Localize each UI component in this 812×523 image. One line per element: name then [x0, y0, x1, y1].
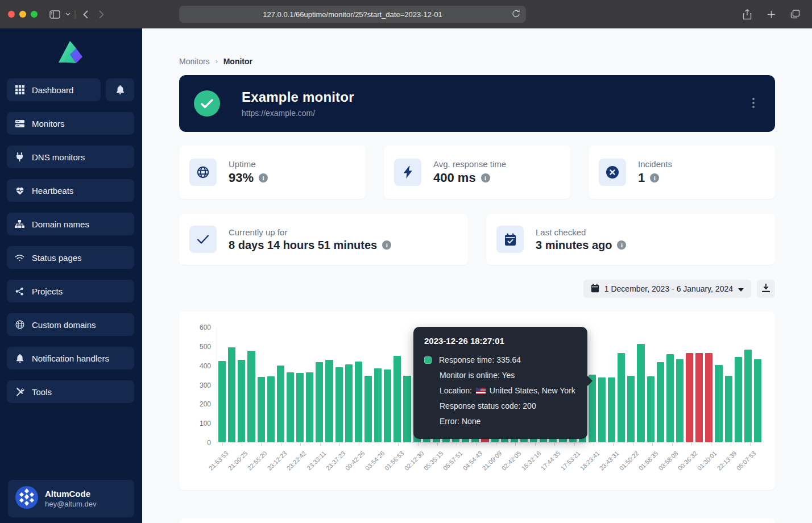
chevron-right-icon: › [216, 57, 218, 65]
sidebar-item-tools[interactable]: Tools [7, 380, 134, 403]
chart-bar[interactable] [715, 365, 722, 442]
chart-bar[interactable] [316, 362, 323, 442]
zoom-window-button[interactable] [31, 11, 38, 18]
sidebar-item-domain-names[interactable]: Domain names [7, 213, 134, 235]
date-range-picker[interactable]: 1 December, 2023 - 6 January, 2024 [583, 280, 751, 298]
x-tick-label: 02:42:05 [500, 450, 523, 472]
x-tick-mark [594, 443, 594, 446]
chart-bar[interactable] [355, 362, 362, 442]
chart-bar[interactable] [647, 376, 654, 442]
account-card[interactable]: AltumCode hey@altum.dev [8, 480, 134, 517]
chart-bar[interactable] [618, 353, 625, 442]
browser-toolbar: | 127.0.0.1/66uptime/monitor/25?start_da… [0, 0, 812, 28]
chart-bar[interactable] [608, 377, 615, 442]
chart-bar[interactable] [218, 361, 226, 442]
sidebar-item-status-pages[interactable]: Status pages [7, 246, 134, 269]
monitor-url[interactable]: https://example.com/ [242, 109, 354, 118]
sidebar-item-projects[interactable]: Projects [7, 280, 134, 302]
sidebar-toggle-icon[interactable] [47, 6, 63, 22]
monitor-header-card: Example monitor https://example.com/ [179, 75, 775, 132]
chart-bar[interactable] [666, 354, 674, 442]
chart-bar[interactable] [744, 350, 752, 442]
globe-icon [15, 320, 24, 329]
chevron-down-icon[interactable] [63, 6, 73, 22]
chart-bar[interactable] [364, 376, 372, 442]
chart-bar[interactable] [735, 357, 742, 442]
chart-bar[interactable] [277, 366, 284, 442]
chart-bar[interactable] [754, 359, 761, 442]
sidebar-item-custom-domains[interactable]: Custom domains [7, 313, 134, 336]
chart-bar[interactable] [676, 359, 683, 442]
info-icon[interactable]: i [617, 240, 626, 250]
download-report-button[interactable] [757, 280, 775, 298]
x-tick-mark [379, 443, 379, 446]
tooltip-location-prefix: Location: [440, 383, 472, 399]
y-tick-label: 600 [200, 323, 211, 331]
avatar [15, 486, 38, 511]
chart-bar[interactable] [258, 377, 265, 442]
chart-bar[interactable] [335, 367, 343, 442]
chart-bar[interactable] [627, 376, 635, 442]
address-bar[interactable]: 127.0.0.1/66uptime/monitor/25?start_date… [179, 6, 526, 23]
sidebar-item-label: Heartbeats [32, 186, 73, 196]
sidebar-item-monitors[interactable]: Monitors [7, 112, 134, 135]
bolt-icon [394, 159, 421, 186]
chart-bar[interactable] [384, 370, 391, 442]
new-tab-icon[interactable] [763, 6, 779, 22]
account-email: hey@altum.dev [45, 500, 97, 508]
chart-bar[interactable] [598, 377, 606, 442]
chart-bar[interactable] [657, 362, 664, 442]
chart-bar[interactable] [393, 356, 401, 442]
chart-bar[interactable] [296, 373, 304, 442]
incidents-label: Incidents [638, 159, 672, 169]
sidebar-item-dashboard[interactable]: Dashboard [7, 78, 101, 101]
close-window-button[interactable] [8, 11, 15, 18]
x-tick-mark [320, 443, 321, 446]
info-icon[interactable]: i [382, 240, 391, 250]
x-tick-mark [672, 443, 673, 446]
window-controls [8, 11, 38, 18]
x-tick-mark [554, 443, 555, 446]
chart-bar[interactable] [267, 376, 275, 442]
breadcrumb: Monitors › Monitor [179, 57, 775, 66]
reload-icon[interactable] [512, 9, 520, 20]
x-tick-label: 03:58:08 [657, 450, 679, 472]
chart-bar[interactable] [637, 344, 644, 442]
back-button[interactable] [77, 6, 93, 22]
chart-bar[interactable] [325, 360, 333, 442]
chart-bar[interactable] [238, 360, 245, 442]
altumcode-logo[interactable] [57, 40, 84, 66]
share-nodes-icon [15, 287, 24, 296]
chart-bar[interactable] [725, 376, 732, 442]
info-icon[interactable]: i [481, 173, 490, 182]
chart-bar[interactable] [374, 368, 382, 442]
sidebar-item-dns-monitors[interactable]: DNS monitors [7, 146, 134, 168]
chart-bar[interactable] [345, 364, 353, 442]
breadcrumb-monitors-link[interactable]: Monitors [179, 57, 210, 66]
chart-bar[interactable] [306, 372, 313, 442]
x-tick-label: 21:00:25 [227, 450, 249, 472]
uptime-card: Uptime 93% i [179, 146, 366, 199]
notifications-button[interactable] [106, 78, 134, 101]
chart-bar[interactable] [228, 347, 235, 442]
x-tick-mark [281, 443, 281, 446]
x-tick-mark [339, 443, 340, 446]
chart-bar[interactable] [287, 372, 294, 442]
chart-bar[interactable] [247, 351, 255, 442]
chart-bar-down[interactable] [695, 353, 703, 442]
chart-y-axis: 0100200300400500600 [192, 327, 217, 443]
tab-overview-icon[interactable] [787, 6, 803, 22]
x-tick-label: 05:57:51 [442, 450, 464, 472]
chart-bar-down[interactable] [705, 353, 712, 442]
info-icon[interactable]: i [259, 173, 268, 182]
share-icon[interactable] [739, 6, 755, 22]
chart-bar-down[interactable] [686, 353, 693, 442]
sidebar-item-notification-handlers[interactable]: Notification handlers [7, 347, 134, 370]
info-icon[interactable]: i [650, 173, 659, 182]
sidebar-item-heartbeats[interactable]: Heartbeats [7, 179, 134, 202]
chart-bar[interactable] [403, 376, 411, 442]
minimize-window-button[interactable] [19, 11, 26, 18]
chart-x-axis: 21:53:5321:00:2522:55:2023:12:2323:22:42… [217, 443, 763, 483]
forward-button[interactable] [93, 6, 109, 22]
monitor-options-menu-icon[interactable] [750, 96, 757, 110]
